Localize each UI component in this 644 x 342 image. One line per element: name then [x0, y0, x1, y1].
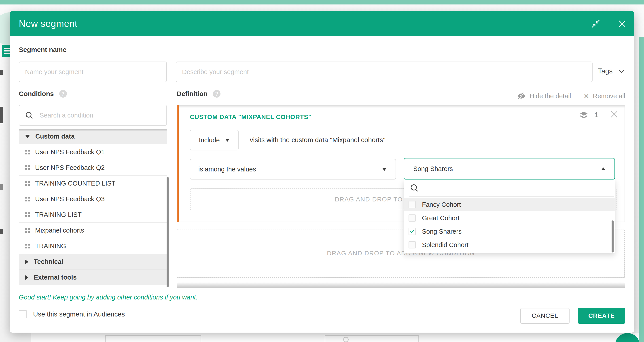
- remove-all-button[interactable]: ✕ Remove all: [584, 92, 625, 100]
- modal-header: New segment: [10, 11, 634, 36]
- caret-right-icon: [25, 259, 28, 264]
- operator-dropdown[interactable]: is among the values: [190, 159, 396, 179]
- condition-label: TRAINING COUNTED LIST: [35, 180, 116, 187]
- sidebar-fragment: [0, 70, 3, 75]
- conditions-scrollbar[interactable]: [166, 177, 168, 287]
- value-selected: Song Sharers: [413, 165, 453, 173]
- segment-name-label: Segment name: [19, 46, 66, 54]
- dropdown-options: Fancy CohortGreat CohortSong SharersSple…: [404, 198, 615, 252]
- hide-detail-label: Hide the detail: [530, 92, 571, 100]
- sidebar-fragment: [0, 107, 3, 123]
- conditions-list: Custom dataUser NPS Feedback Q1User NPS …: [19, 129, 167, 288]
- checkbox-icon[interactable]: [408, 241, 416, 248]
- audiences-label: Use this segment in Audiences: [33, 310, 125, 318]
- dropdown-divider: [410, 196, 614, 197]
- condition-label: External tools: [34, 274, 77, 281]
- tags-dropdown[interactable]: Tags: [598, 67, 626, 75]
- condition-label: User NPS Feedback Q1: [35, 148, 105, 156]
- drag-handle-icon[interactable]: [25, 212, 30, 217]
- checkbox-icon[interactable]: [408, 201, 416, 208]
- dropdown-option-label: Splendid Cohort: [422, 241, 468, 249]
- segment-description-input[interactable]: [176, 62, 592, 82]
- tags-label: Tags: [598, 67, 612, 75]
- condition-group-row[interactable]: Custom data: [19, 129, 167, 144]
- app-top-bar: [0, 0, 644, 5]
- close-icon[interactable]: [618, 19, 626, 28]
- collapse-icon[interactable]: [591, 19, 600, 28]
- caret-down-icon: [25, 135, 30, 138]
- condition-item-row[interactable]: User NPS Feedback Q2: [19, 160, 167, 176]
- layers-count: 1: [594, 111, 598, 119]
- modal-title: New segment: [19, 18, 77, 29]
- cancel-button[interactable]: CANCEL: [520, 308, 570, 324]
- caret-down-icon: [225, 139, 230, 142]
- dropdown-option[interactable]: Splendid Cohort: [404, 238, 615, 252]
- condition-label: TRAINING: [35, 242, 66, 250]
- caret-right-icon: [25, 275, 28, 280]
- condition-label: Technical: [34, 258, 63, 265]
- definition-horizontal-scrollbar[interactable]: [177, 282, 625, 288]
- checkbox-icon[interactable]: [408, 214, 416, 222]
- condition-card-title: CUSTOM DATA "MIXPANEL COHORTS": [190, 114, 311, 121]
- checkbox-checked-icon[interactable]: [408, 228, 416, 235]
- condition-label: User NPS Feedback Q3: [35, 195, 105, 203]
- condition-item-row[interactable]: TRAINING COUNTED LIST: [19, 176, 167, 191]
- drag-handle-icon[interactable]: [25, 165, 30, 170]
- eye-off-icon: [516, 91, 526, 101]
- screen: New segment Segment name Tags Conditions…: [0, 0, 644, 342]
- create-button[interactable]: CREATE: [578, 308, 625, 324]
- condition-item-row[interactable]: TRAINING: [19, 238, 167, 254]
- app-right-bar: [639, 37, 644, 342]
- condition-group-row[interactable]: External tools: [19, 270, 167, 285]
- condition-label: Custom data: [35, 133, 75, 140]
- layers-icon: [579, 110, 589, 120]
- condition-group-row[interactable]: Technical: [19, 254, 167, 270]
- condition-label: User NPS Feedback Q2: [35, 164, 105, 171]
- conditions-label: Conditions: [19, 90, 54, 98]
- chevron-down-icon: [618, 67, 626, 75]
- condition-item-row[interactable]: Mixpanel cohorts: [19, 223, 167, 238]
- sidebar-fragment: [0, 229, 3, 234]
- dropdown-scrollbar[interactable]: [612, 220, 614, 252]
- condition-label: Mixpanel cohorts: [35, 227, 84, 234]
- audiences-checkbox[interactable]: [19, 310, 27, 318]
- page-behind-box: [105, 335, 201, 342]
- remove-all-x-icon: ✕: [584, 92, 589, 100]
- page-behind-box: [325, 335, 418, 342]
- condition-search: [19, 105, 167, 126]
- caret-down-icon: [382, 168, 386, 171]
- dropdown-option-label: Fancy Cohort: [422, 201, 461, 208]
- include-label: Include: [199, 137, 220, 144]
- dropdown-option[interactable]: Song Sharers: [404, 225, 615, 238]
- dropdown-option[interactable]: Fancy Cohort: [404, 198, 615, 211]
- conditions-help-icon[interactable]: ?: [59, 90, 67, 98]
- condition-search-input[interactable]: [40, 112, 161, 119]
- include-dropdown[interactable]: Include: [190, 130, 238, 150]
- condition-item-row[interactable]: User NPS Feedback Q3: [19, 191, 167, 207]
- condition-sentence: visits with the custom data "Mixpanel co…: [250, 136, 386, 144]
- operator-value: is among the values: [198, 166, 256, 173]
- value-combobox[interactable]: Song Sharers: [404, 158, 615, 179]
- new-segment-modal: New segment Segment name Tags Conditions…: [10, 11, 634, 332]
- dropdown-option-label: Great Cohort: [422, 214, 460, 222]
- search-icon: [24, 110, 34, 120]
- drag-handle-icon[interactable]: [25, 228, 30, 233]
- condition-item-row[interactable]: TRAINING LIST: [19, 207, 167, 223]
- condition-item-row[interactable]: User NPS Feedback Q1: [19, 144, 167, 160]
- encouragement-hint: Good start! Keep going by adding other c…: [19, 294, 198, 301]
- segment-name-input[interactable]: [19, 62, 167, 82]
- hide-detail-button[interactable]: Hide the detail: [516, 91, 571, 101]
- dropdown-option[interactable]: Great Cohort: [404, 211, 615, 225]
- search-icon[interactable]: [410, 183, 419, 193]
- definition-help-icon[interactable]: ?: [213, 90, 220, 98]
- drag-handle-icon[interactable]: [25, 150, 30, 154]
- drag-handle-icon[interactable]: [25, 181, 30, 186]
- sidebar-fragment: [0, 184, 3, 190]
- page-behind-radio: [343, 337, 348, 342]
- definition-label: Definition: [177, 90, 208, 98]
- drag-handle-icon[interactable]: [25, 197, 30, 201]
- condition-close-icon[interactable]: [610, 110, 618, 119]
- drag-handle-icon[interactable]: [25, 244, 30, 248]
- caret-up-icon: [601, 167, 606, 170]
- value-dropdown-panel: Fancy CohortGreat CohortSong SharersSple…: [404, 179, 615, 253]
